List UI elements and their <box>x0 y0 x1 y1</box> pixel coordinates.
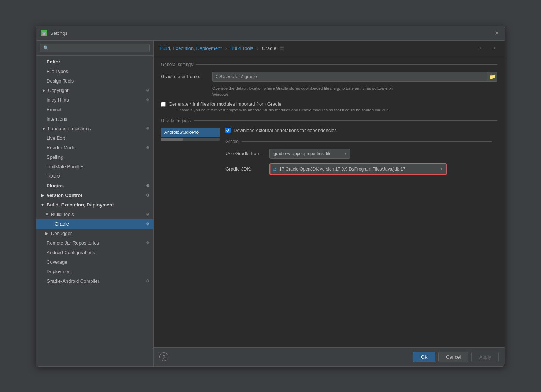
general-settings-section: General settings <box>161 62 497 67</box>
sidebar-item-intentions[interactable]: Intentions <box>36 114 153 124</box>
nav-back-button[interactable]: ← <box>476 44 486 52</box>
footer: ? OK Cancel Apply <box>154 347 505 366</box>
settings-panel: General settings Gradle user home: 📁 Ove… <box>154 56 505 347</box>
gear-icon: ⚙ <box>144 183 150 188</box>
sidebar-item-debugger[interactable]: ▶ Debugger <box>36 229 153 238</box>
apply-button[interactable]: Apply <box>471 352 499 362</box>
breadcrumb: Build, Execution, Deployment › Build Too… <box>159 45 276 51</box>
gradle-projects-section: Gradle projects <box>161 118 497 123</box>
gear-icon: ⚙ <box>144 221 150 227</box>
gear-icon: ⚙ <box>144 212 150 217</box>
sidebar-item-copyright[interactable]: ▶ Copyright ⚙ <box>36 86 153 95</box>
sidebar-item-coverage[interactable]: Coverage <box>36 257 153 267</box>
sidebar-item-spelling[interactable]: Spelling <box>36 153 153 162</box>
sidebar-item-build-tools[interactable]: ▼ Build Tools ⚙ <box>36 210 153 219</box>
expand-icon <box>40 183 45 188</box>
project-detail: Download external annotations for depend… <box>220 128 497 179</box>
sidebar-item-version-control[interactable]: ▶ Version Control ⚙ <box>36 191 153 200</box>
gear-icon: ⚙ <box>144 193 150 198</box>
sidebar-item-inlay-hints[interactable]: Inlay Hints ⚙ <box>36 95 153 105</box>
expand-icon: ▶ <box>40 193 45 198</box>
breadcrumb-part1[interactable]: Build, Execution, Deployment <box>159 45 222 51</box>
search-box <box>36 41 153 56</box>
gear-icon: ⚙ <box>144 241 150 246</box>
breadcrumb-sep2: › <box>257 45 258 51</box>
expand-icon: ▶ <box>41 126 47 131</box>
project-list-scrollbar <box>161 138 220 141</box>
scrollbar-thumb <box>161 138 183 141</box>
ok-button[interactable]: OK <box>413 352 435 362</box>
breadcrumb-bar: Build, Execution, Deployment › Build Too… <box>154 41 505 56</box>
sidebar-item-textmate[interactable]: TextMate Bundles <box>36 162 153 172</box>
iml-checkbox-hint: Enable if you have a mixed project with … <box>177 108 390 112</box>
sidebar-item-design-tools[interactable]: Design Tools <box>36 76 153 86</box>
sidebar-item-build-execution[interactable]: ▼ Build, Execution, Deployment <box>36 200 153 210</box>
main-content: Build, Execution, Deployment › Build Too… <box>154 41 505 366</box>
sidebar-item-emmet[interactable]: Emmet <box>36 105 153 114</box>
expand-icon: ▶ <box>41 88 47 93</box>
iml-checkbox-row: Generate *.iml files for modules importe… <box>161 101 497 112</box>
gradle-jdk-select-wrapper: 🗂 17 Oracle OpenJDK version 17.0.9 D:/Pr… <box>269 163 447 175</box>
expand-icon: ▶ <box>44 231 49 236</box>
breadcrumb-actions: ← → <box>476 44 499 52</box>
gradle-jdk-label: Gradle JDK: <box>225 166 269 172</box>
breadcrumb-icon: ▤ <box>279 45 285 52</box>
sidebar-item-android-configs[interactable]: Android Configurations <box>36 248 153 257</box>
search-input[interactable] <box>40 44 150 52</box>
sidebar-item-todo[interactable]: TODO <box>36 172 153 181</box>
sidebar-item-language-injections[interactable]: ▶ Language Injections ⚙ <box>36 124 153 133</box>
gradle-jdk-row: Gradle JDK: 🗂 17 Oracle OpenJDK version … <box>225 163 492 175</box>
nav-forward-button[interactable]: → <box>489 44 499 52</box>
gear-icon: ⚙ <box>144 279 150 284</box>
sidebar-item-remote-jar[interactable]: Remote Jar Repositories ⚙ <box>36 238 153 248</box>
breadcrumb-part2[interactable]: Build Tools <box>230 45 253 51</box>
gradle-sub-section: Use Gradle from: 'gradle-wrapper.propert… <box>225 149 492 175</box>
gradle-user-home-hint: Override the default location where Grad… <box>212 85 497 98</box>
gear-icon: ⚙ <box>144 88 150 93</box>
use-gradle-label: Use Gradle from: <box>225 151 269 156</box>
project-list: AndroidStudioProj <box>161 128 220 137</box>
annotations-checkbox-row: Download external annotations for depend… <box>225 128 492 133</box>
expand-icon <box>40 59 45 65</box>
sidebar-item-gradle[interactable]: Gradle ⚙ <box>36 219 153 229</box>
gradle-user-home-browse-button[interactable]: 📁 <box>487 72 497 82</box>
annotations-checkbox-label: Download external annotations for depend… <box>233 128 337 133</box>
gear-icon: ⚙ <box>144 145 150 150</box>
sidebar-item-plugins[interactable]: Plugins ⚙ <box>36 181 153 191</box>
cancel-button[interactable]: Cancel <box>438 352 468 362</box>
use-gradle-select-wrapper: 'gradle-wrapper.properties' file Specifi… <box>269 149 350 159</box>
use-gradle-row: Use Gradle from: 'gradle-wrapper.propert… <box>225 149 492 159</box>
sidebar-item-reader-mode[interactable]: Reader Mode ⚙ <box>36 143 153 153</box>
use-gradle-select[interactable]: 'gradle-wrapper.properties' file Specifi… <box>269 149 350 159</box>
project-list-item[interactable]: AndroidStudioProj <box>161 128 219 137</box>
sidebar-tree: Editor File Types Design Tools ▶ Copyrig… <box>36 56 153 366</box>
expand-icon: ▼ <box>40 202 45 208</box>
help-button[interactable]: ? <box>159 352 168 361</box>
footer-buttons: OK Cancel Apply <box>413 352 499 362</box>
expand-icon: ▼ <box>44 212 49 217</box>
gradle-subsection: Gradle <box>225 139 492 144</box>
jdk-icon: 🗂 <box>272 166 277 172</box>
content-area: Editor File Types Design Tools ▶ Copyrig… <box>36 41 505 366</box>
sidebar: Editor File Types Design Tools ▶ Copyrig… <box>36 41 154 366</box>
breadcrumb-current: Gradle <box>262 45 276 51</box>
sidebar-item-file-types[interactable]: File Types <box>36 67 153 76</box>
gradle-jdk-select[interactable]: 17 Oracle OpenJDK version 17.0.9 D:/Prog… <box>270 164 446 174</box>
sidebar-item-gradle-android-compiler[interactable]: Gradle-Android Compiler ⚙ <box>36 276 153 286</box>
sidebar-item-live-edit[interactable]: Live Edit <box>36 133 153 143</box>
gradle-user-home-row: Gradle user home: 📁 <box>161 72 497 82</box>
settings-window: 🤖 Settings ✕ Editor File Types <box>36 26 505 367</box>
gradle-user-home-input[interactable] <box>212 72 487 82</box>
iml-checkbox-label: Generate *.iml files for modules importe… <box>169 101 390 107</box>
gear-icon: ⚙ <box>144 126 150 131</box>
title-bar: 🤖 Settings ✕ <box>36 26 505 41</box>
gradle-user-home-label: Gradle user home: <box>161 74 212 79</box>
app-icon: 🤖 <box>41 30 47 36</box>
close-button[interactable]: ✕ <box>493 30 500 37</box>
sidebar-item-deployment[interactable]: Deployment <box>36 267 153 276</box>
iml-checkbox[interactable] <box>161 102 166 107</box>
project-list-panel: AndroidStudioProj <box>161 128 220 179</box>
annotations-checkbox[interactable] <box>225 128 231 133</box>
sidebar-item-editor[interactable]: Editor <box>36 57 153 67</box>
breadcrumb-sep1: › <box>225 45 227 51</box>
